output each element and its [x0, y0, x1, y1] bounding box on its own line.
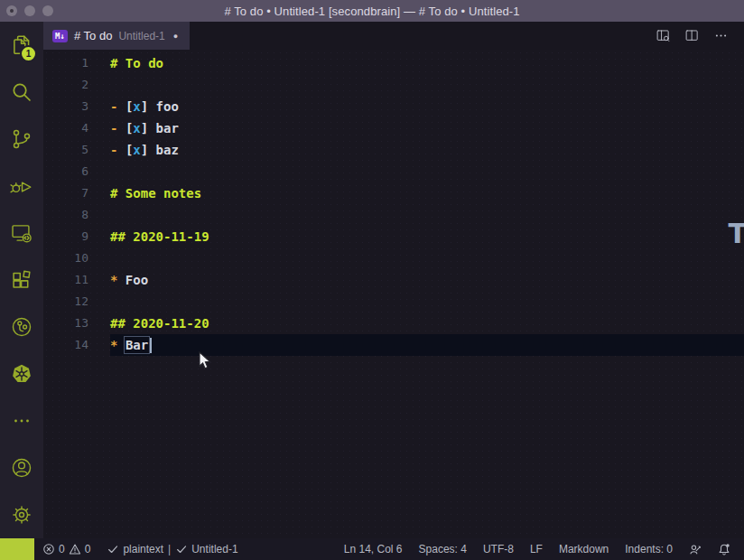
- problems-status[interactable]: 00: [34, 538, 98, 560]
- indents-status[interactable]: Indents: 0: [617, 538, 681, 560]
- status-text: Spaces: 4: [419, 543, 467, 555]
- spell-status[interactable]: plaintext|Untitled-1: [98, 538, 246, 560]
- status-left: 00plaintext|Untitled-1: [0, 538, 246, 560]
- line-content: [88, 74, 110, 96]
- text-cursor: [150, 338, 152, 353]
- line-content: [88, 161, 110, 182]
- status-text: Untitled-1: [191, 543, 237, 555]
- editor-line-4[interactable]: 4- [x] bar: [43, 117, 744, 139]
- editor-line-6[interactable]: 6: [43, 161, 744, 182]
- editor-line-8[interactable]: 8: [43, 204, 744, 226]
- kubernetes-button[interactable]: [0, 350, 43, 397]
- open-preview-icon: [656, 28, 671, 43]
- more-actions-button[interactable]: [713, 28, 729, 43]
- line-number: 14: [43, 334, 88, 356]
- editor-line-13[interactable]: 13## 2020-11-20: [43, 313, 744, 334]
- line-content: * Bar: [88, 334, 152, 356]
- additional-views-button[interactable]: [0, 397, 43, 444]
- status-text: LF: [530, 543, 543, 555]
- traffic-lights: [6, 5, 53, 16]
- line-number: 4: [43, 117, 88, 139]
- search-icon: [10, 80, 33, 104]
- line-number: 9: [43, 226, 88, 247]
- run-debug-icon: [10, 174, 33, 198]
- zoom-window-button[interactable]: [42, 5, 53, 16]
- line-content: ## 2020-11-20: [88, 313, 209, 334]
- extensions-button[interactable]: [0, 257, 43, 303]
- editor-line-10[interactable]: 10: [43, 247, 744, 269]
- settings-gear-icon: [10, 503, 33, 527]
- open-preview-side-button[interactable]: [656, 28, 671, 43]
- line-number: 6: [43, 161, 88, 182]
- editor-line-11[interactable]: 11* Foo: [43, 269, 744, 291]
- remote-indicator[interactable]: [0, 538, 34, 560]
- tab-subtitle: Untitled-1: [118, 30, 164, 42]
- status-text: plaintext: [123, 543, 163, 555]
- source-control-icon: [10, 127, 33, 151]
- tab-title: # To do: [74, 29, 112, 42]
- editor-line-14[interactable]: 14* Bar: [43, 334, 744, 356]
- eol-status[interactable]: LF: [522, 538, 551, 560]
- line-content: - [x] foo: [88, 96, 179, 117]
- line-number: 12: [43, 291, 88, 313]
- feedback-button[interactable]: [681, 538, 710, 560]
- accounts-button[interactable]: [0, 444, 43, 491]
- close-window-button[interactable]: [6, 5, 17, 16]
- editor-line-12[interactable]: 12: [43, 291, 744, 313]
- editor-line-3[interactable]: 3- [x] foo: [43, 96, 744, 117]
- feedback-icon: [689, 543, 702, 555]
- dirty-indicator[interactable]: ●: [173, 32, 178, 41]
- status-text: Ln 14, Col 6: [344, 543, 403, 555]
- line-content: [88, 291, 110, 313]
- check-icon: [107, 543, 119, 555]
- key-overlay-letter: T: [729, 220, 744, 247]
- editor-line-7[interactable]: 7# Some notes: [43, 182, 744, 204]
- gitlens-icon: [10, 315, 33, 339]
- accounts-icon: [10, 456, 33, 480]
- line-content: * Foo: [88, 269, 148, 291]
- remote-explorer-button[interactable]: [0, 210, 43, 257]
- editor-line-2[interactable]: 2: [43, 74, 744, 96]
- language-mode[interactable]: Markdown: [551, 538, 617, 560]
- tab-todo-untitled-1[interactable]: M↓ # To do Untitled-1 ●: [43, 22, 190, 50]
- line-content: # Some notes: [88, 182, 201, 204]
- editor-actions: [656, 22, 744, 50]
- status-text: Markdown: [559, 543, 609, 555]
- editor-line-9[interactable]: 9## 2020-11-19: [43, 226, 744, 247]
- remote-explorer-icon: [10, 221, 33, 245]
- titlebar: # To do • Untitled-1 [secondbrain] — # T…: [0, 0, 744, 22]
- line-content: - [x] baz: [88, 139, 179, 161]
- line-content: [88, 247, 110, 269]
- line-content: [88, 204, 110, 226]
- status-bar: 00plaintext|Untitled-1 Ln 14, Col 6Space…: [0, 538, 744, 560]
- encoding-status[interactable]: UTF-8: [475, 538, 522, 560]
- line-number: 2: [43, 74, 88, 96]
- line-number: 8: [43, 204, 88, 226]
- line-number: 13: [43, 313, 88, 334]
- indentation-status[interactable]: Spaces: 4: [411, 538, 475, 560]
- bell-icon: [718, 543, 730, 555]
- kubernetes-icon: [10, 362, 33, 386]
- settings-button[interactable]: [0, 491, 43, 538]
- gitlens-button[interactable]: [0, 303, 43, 350]
- run-debug-button[interactable]: [0, 163, 43, 210]
- status-text: 0: [59, 543, 65, 555]
- more-views-icon: [10, 409, 33, 433]
- split-editor-button[interactable]: [684, 28, 700, 43]
- status-text: 0: [85, 543, 91, 555]
- warning-icon: [69, 543, 81, 555]
- editor-region: M↓ # To do Untitled-1 ● 1# To do23- [x] …: [43, 22, 744, 538]
- line-content: # To do: [88, 52, 163, 74]
- explorer-button[interactable]: 1: [0, 22, 43, 69]
- editor-line-5[interactable]: 5- [x] baz: [43, 139, 744, 161]
- search-button[interactable]: [0, 69, 43, 116]
- editor[interactable]: 1# To do23- [x] foo4- [x] bar5- [x] baz6…: [43, 50, 744, 538]
- vscode-window: { "window": { "title": "# To do • Untitl…: [0, 0, 744, 560]
- activity-bar: 1: [0, 22, 43, 538]
- notifications-button[interactable]: [710, 538, 739, 560]
- status-text: UTF-8: [483, 543, 514, 555]
- minimize-window-button[interactable]: [24, 5, 35, 16]
- source-control-button[interactable]: [0, 116, 43, 163]
- cursor-position[interactable]: Ln 14, Col 6: [336, 538, 411, 560]
- editor-line-1[interactable]: 1# To do: [43, 52, 744, 74]
